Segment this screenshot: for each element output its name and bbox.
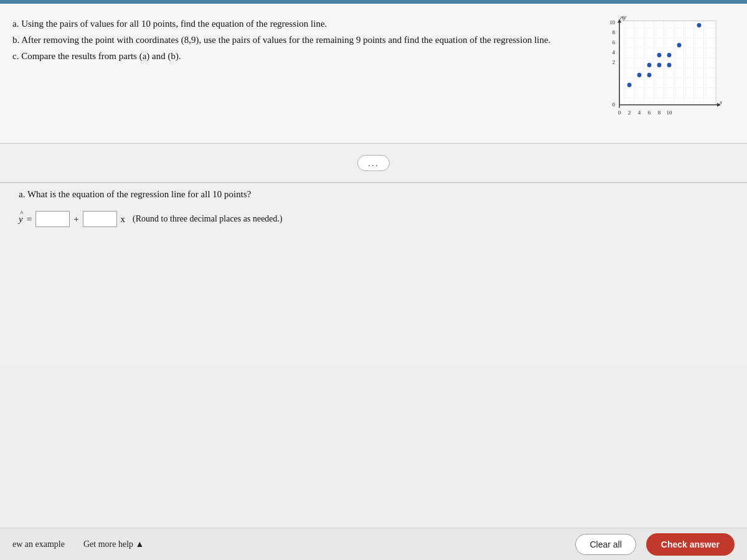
problem-part-a: a. Using the pairs of values for all 10 … [12,16,591,31]
svg-point-20 [627,83,632,87]
coefficient-input-2[interactable] [83,211,117,227]
more-options-button[interactable]: ... [357,155,390,171]
svg-point-26 [667,53,672,57]
svg-text:2: 2 [613,59,616,65]
svg-rect-1 [619,21,716,105]
svg-text:8: 8 [658,110,661,116]
svg-text:8: 8 [613,29,616,35]
svg-point-27 [667,63,672,67]
svg-point-21 [637,73,642,77]
svg-text:Ay: Ay [619,16,627,21]
question-a-label: a. What is the equation of the regressio… [19,189,728,200]
svg-text:6: 6 [613,39,616,45]
empty-area [0,365,747,528]
rounding-note: (Round to three decimal places as needed… [133,214,283,224]
svg-point-29 [697,23,702,27]
problem-part-c: c. Compare the results from parts (a) an… [12,49,591,63]
plus-sign: + [73,214,78,225]
svg-point-22 [647,63,652,67]
svg-point-28 [677,43,682,47]
clear-all-button[interactable]: Clear all [575,534,636,555]
svg-point-23 [647,73,652,77]
view-example-link[interactable]: ew an example [12,539,65,549]
svg-text:0: 0 [613,101,616,108]
bottom-right: Clear all Check answer [575,533,735,556]
coefficient-input-1[interactable] [35,211,70,227]
svg-text:6: 6 [648,110,651,116]
equation-row: y = + x (Round to three decimal places a… [19,211,728,227]
svg-point-24 [657,63,662,67]
more-options-row: ... [0,144,747,182]
regression-graph: 10 8 6 4 2 0 0 2 4 6 8 10 Ay x [604,16,722,128]
problem-text: a. Using the pairs of values for all 10 … [12,16,591,65]
bottom-left: ew an example Get more help ▲ [12,539,144,549]
main-content: a. Using the pairs of values for all 10 … [0,4,747,528]
x-label: x [121,214,126,225]
answer-section: a. What is the equation of the regressio… [0,183,747,365]
svg-text:4: 4 [613,49,616,55]
svg-point-25 [657,53,662,57]
svg-text:10: 10 [609,19,616,26]
bottom-bar: ew an example Get more help ▲ Clear all … [0,528,747,560]
svg-text:4: 4 [638,110,641,116]
svg-text:10: 10 [667,110,673,116]
svg-text:2: 2 [628,110,631,116]
check-answer-button[interactable]: Check answer [646,533,735,556]
svg-text:0: 0 [618,110,621,116]
graph-container: 10 8 6 4 2 0 0 2 4 6 8 10 Ay x [604,16,728,131]
y-hat-symbol: y [19,214,23,225]
get-more-help-link[interactable]: Get more help ▲ [83,539,144,549]
equals-sign: = [27,214,32,225]
problem-section: a. Using the pairs of values for all 10 … [0,4,747,144]
problem-part-b: b. After removing the point with coordin… [12,32,591,47]
svg-text:x: x [719,99,722,105]
